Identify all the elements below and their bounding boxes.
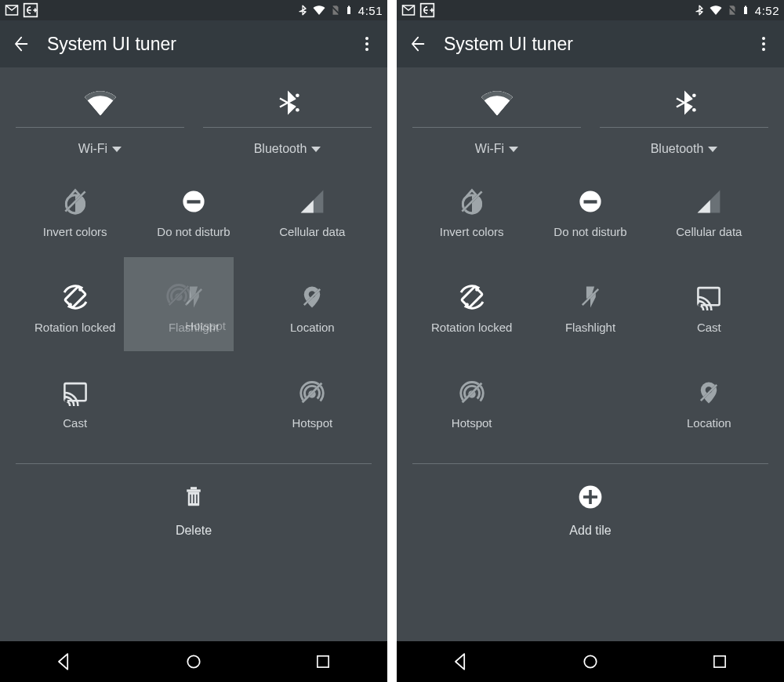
status-bar: 4:51 xyxy=(0,0,387,20)
tile-do-not-disturb[interactable]: Do not disturb xyxy=(134,183,252,258)
tile-label: Flashlight xyxy=(169,321,219,334)
google-plus-icon xyxy=(23,2,38,18)
tile-do-not-disturb[interactable]: Do not disturb xyxy=(531,183,649,258)
tile-cast[interactable]: Cast xyxy=(650,278,768,354)
action-add-tile[interactable]: Add tile xyxy=(412,464,768,549)
app-bar: System UI tuner xyxy=(397,20,784,67)
nav-bar xyxy=(0,641,387,682)
wifi-dropdown[interactable]: Wi-Fi xyxy=(78,142,122,156)
no-sim-icon xyxy=(330,3,341,17)
tile-label: Flashlight xyxy=(565,321,615,334)
content-area: Wi-Fi Bluetooth Invert colors Do not dis… xyxy=(397,67,784,641)
overflow-menu-button[interactable] xyxy=(358,34,376,53)
flashlight-icon xyxy=(577,278,604,316)
screenshot-right: 4:52 System UI tuner Wi-Fi xyxy=(397,0,784,682)
nav-recent-button[interactable] xyxy=(288,641,358,682)
bluetooth-status-icon xyxy=(694,3,705,17)
tile-cast[interactable]: Cast xyxy=(16,374,134,449)
chevron-down-icon xyxy=(311,147,321,152)
nav-home-button[interactable] xyxy=(555,641,626,682)
bluetooth-status-icon xyxy=(297,3,308,17)
page-title: System UI tuner xyxy=(444,34,754,55)
back-button[interactable] xyxy=(11,34,30,53)
tile-label: Hotspot xyxy=(292,416,332,430)
tile-invert-colors[interactable]: Invert colors xyxy=(412,183,531,258)
chevron-down-icon xyxy=(112,147,122,152)
header-tile-bluetooth[interactable]: Bluetooth xyxy=(203,85,372,156)
header-label: Wi-Fi xyxy=(475,142,504,156)
tile-hotspot[interactable]: Hotspot xyxy=(412,374,531,449)
tile-label: Do not disturb xyxy=(554,225,626,238)
nav-back-button[interactable] xyxy=(29,641,100,682)
status-clock: 4:51 xyxy=(358,4,383,17)
location-icon xyxy=(299,278,325,316)
gmail-icon xyxy=(401,3,416,17)
tile-cellular-data[interactable]: Cellular data xyxy=(650,183,768,258)
tile-grid: Invert colors Do not disturb Cellular da… xyxy=(412,183,768,449)
gmail-icon xyxy=(5,3,19,17)
tile-label: Cast xyxy=(697,321,721,334)
tile-flashlight[interactable]: Flashlight xyxy=(134,278,252,354)
tile-cellular-data[interactable]: Cellular data xyxy=(253,183,372,258)
wifi-icon xyxy=(83,85,118,121)
header-tile-wifi[interactable]: Wi-Fi xyxy=(412,85,581,156)
header-label: Wi-Fi xyxy=(78,142,107,156)
tile-location[interactable]: Location xyxy=(650,374,768,449)
dnd-icon xyxy=(180,183,207,220)
dnd-icon xyxy=(577,183,604,220)
hotspot-icon xyxy=(297,374,327,412)
overflow-menu-button[interactable] xyxy=(754,34,773,53)
action-label: Add tile xyxy=(569,524,611,538)
cast-icon xyxy=(60,374,90,412)
tile-label: Cellular data xyxy=(676,225,742,238)
action-delete[interactable]: Delete xyxy=(16,464,372,549)
bluetooth-icon xyxy=(274,85,301,121)
status-clock: 4:52 xyxy=(755,4,779,17)
tile-label: Cellular data xyxy=(279,225,345,238)
rotation-icon xyxy=(456,278,488,316)
hotspot-icon xyxy=(457,374,487,412)
tile-empty xyxy=(531,374,649,449)
tile-hotspot[interactable]: Hotspot xyxy=(253,374,372,449)
header-tile-wifi[interactable]: Wi-Fi xyxy=(16,85,184,156)
tile-invert-colors[interactable]: Invert colors xyxy=(16,183,134,258)
nav-home-button[interactable] xyxy=(158,641,229,682)
tile-flashlight[interactable]: Flashlight xyxy=(531,278,649,354)
page-title: System UI tuner xyxy=(47,34,358,55)
cellular-icon xyxy=(695,183,723,220)
nav-back-button[interactable] xyxy=(426,641,496,682)
bluetooth-dropdown[interactable]: Bluetooth xyxy=(651,142,718,156)
header-label: Bluetooth xyxy=(651,142,704,156)
tile-label: Invert colors xyxy=(43,225,107,238)
wifi-status-icon xyxy=(311,3,327,17)
wifi-status-icon xyxy=(708,3,724,17)
status-bar: 4:52 xyxy=(397,0,784,20)
app-bar: System UI tuner xyxy=(0,20,387,67)
tile-rotation-locked[interactable]: Rotation locked xyxy=(412,278,531,354)
tile-label: Invert colors xyxy=(440,225,504,238)
header-label: Bluetooth xyxy=(254,142,307,156)
bluetooth-dropdown[interactable]: Bluetooth xyxy=(254,142,321,156)
cast-icon xyxy=(694,278,724,316)
wifi-icon xyxy=(480,85,514,121)
no-sim-icon xyxy=(727,3,738,17)
bluetooth-icon xyxy=(671,85,698,121)
battery-icon xyxy=(741,3,750,17)
tile-grid: Invert colors Do not disturb Cellular da… xyxy=(16,183,372,449)
tile-rotation-locked[interactable]: Rotation locked xyxy=(16,278,134,354)
back-button[interactable] xyxy=(408,34,426,53)
header-tile-bluetooth[interactable]: Bluetooth xyxy=(600,85,768,156)
tile-label: Hotspot xyxy=(452,416,492,430)
tile-label: Rotation locked xyxy=(431,321,512,334)
tile-label: Rotation locked xyxy=(34,321,115,334)
nav-bar xyxy=(397,641,784,682)
nav-recent-button[interactable] xyxy=(684,641,755,682)
wifi-dropdown[interactable]: Wi-Fi xyxy=(475,142,518,156)
battery-icon xyxy=(344,3,354,17)
google-plus-icon xyxy=(419,2,435,18)
tile-location[interactable]: Location xyxy=(253,278,372,354)
tile-label: Location xyxy=(687,416,731,430)
chevron-down-icon xyxy=(509,147,518,152)
invert-colors-icon xyxy=(458,183,486,220)
delete-icon xyxy=(181,483,206,514)
